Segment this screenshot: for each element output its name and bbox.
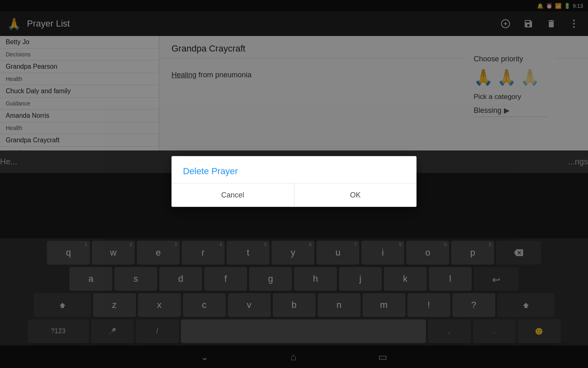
- recents-button[interactable]: ▭: [378, 351, 388, 363]
- key-o[interactable]: 9o: [406, 241, 449, 265]
- key-q[interactable]: 1q: [47, 241, 90, 265]
- key-j[interactable]: j: [339, 267, 382, 291]
- list-item[interactable]: Grandpa Craycraft: [0, 134, 159, 147]
- key-g[interactable]: g: [249, 267, 292, 291]
- save-button[interactable]: [521, 16, 536, 31]
- category-dropdown[interactable]: Blessing ▶: [474, 104, 547, 117]
- dialog-title: Delete Prayer: [172, 156, 416, 183]
- list-item[interactable]: Decisions: [0, 49, 159, 61]
- keyboard-row-2: a s d f g h j k l: [2, 267, 586, 291]
- category-label: Pick a category: [474, 93, 547, 101]
- nav-bar: ⌄ ⌂ ▭: [0, 346, 588, 368]
- selected-category-text: Blessing: [474, 106, 501, 115]
- add-button[interactable]: [498, 16, 513, 31]
- detail-title: Grandpa Craycraft: [172, 43, 245, 54]
- status-icons: 🔔 ⏰ 📶 🔋 9:13: [537, 3, 583, 9]
- time-display: 9:13: [573, 3, 583, 9]
- keyboard-row-3: z x c v b n m ! ?: [2, 293, 586, 317]
- keyboard-area: 1q 2w 3e 4r 5t 6y 7u 8i 9o 0p a s d f g …: [0, 238, 588, 368]
- dropdown-arrow-icon: ▶: [504, 106, 510, 115]
- keyboard-row-bottom: ?123 🎤 / , . 🙂: [2, 319, 586, 343]
- healing-underline: Healing: [172, 71, 196, 79]
- detail-panel: Grandpa Craycraft Choose priority 🙏 🙏 🙏 …: [159, 36, 588, 150]
- key-w[interactable]: 2w: [92, 241, 135, 265]
- list-item[interactable]: Health: [0, 73, 159, 85]
- more-icon: ⋮: [569, 18, 579, 29]
- key-y[interactable]: 6y: [272, 241, 314, 265]
- alarm-icon: 🔔: [537, 3, 543, 9]
- key-b[interactable]: b: [273, 293, 316, 317]
- priority-high-button[interactable]: 🙏: [474, 68, 493, 86]
- key-u[interactable]: 7u: [316, 241, 359, 265]
- key-question[interactable]: ?: [452, 293, 495, 317]
- key-emoji[interactable]: 🙂: [518, 319, 561, 343]
- battery-icon: 🔋: [564, 3, 570, 9]
- list-item[interactable]: Health: [0, 122, 159, 134]
- list-item[interactable]: Grandpa Pearson: [0, 61, 159, 73]
- keyboard: 1q 2w 3e 4r 5t 6y 7u 8i 9o 0p a s d f g …: [0, 238, 588, 343]
- key-comma[interactable]: ,: [428, 319, 471, 343]
- key-d[interactable]: d: [159, 267, 202, 291]
- healings-text: He...: [0, 157, 17, 166]
- priority-hands: 🙏 🙏 🙏: [474, 68, 547, 86]
- list-item[interactable]: Chuck Daly and family: [0, 85, 159, 98]
- wifi-icon: 📶: [555, 3, 561, 9]
- key-exclaim[interactable]: !: [408, 293, 450, 317]
- key-h[interactable]: h: [294, 267, 337, 291]
- back-button[interactable]: ⌄: [200, 351, 209, 363]
- priority-section: Choose priority 🙏 🙏 🙏 Pick a category Bl…: [466, 48, 555, 123]
- app-icon: 🙏: [7, 16, 21, 31]
- key-a[interactable]: a: [69, 267, 112, 291]
- main-content: Betty Jo Decisions Grandpa Pearson Healt…: [0, 36, 588, 150]
- shift-key-right[interactable]: [497, 293, 555, 317]
- cancel-button[interactable]: Cancel: [172, 184, 294, 207]
- priority-medium-button[interactable]: 🙏: [497, 68, 516, 86]
- key-t[interactable]: 5t: [227, 241, 270, 265]
- key-z[interactable]: z: [93, 293, 136, 317]
- prayer-list-panel: Betty Jo Decisions Grandpa Pearson Healt…: [0, 36, 159, 150]
- app-bar: 🙏 Prayer List ⋮: [0, 11, 588, 36]
- status-bar: 🔔 ⏰ 📶 🔋 9:13: [0, 0, 588, 11]
- list-item[interactable]: Betty Jo: [0, 36, 159, 49]
- key-space[interactable]: [181, 319, 426, 343]
- key-123[interactable]: ?123: [28, 319, 89, 343]
- enter-key[interactable]: [474, 267, 519, 291]
- dialog-buttons: Cancel OK: [172, 184, 416, 207]
- key-m[interactable]: m: [363, 293, 405, 317]
- key-f[interactable]: f: [204, 267, 247, 291]
- key-p[interactable]: 0p: [451, 241, 494, 265]
- app-bar-actions: ⋮: [498, 16, 581, 31]
- list-item[interactable]: Guidance: [0, 98, 159, 110]
- key-c[interactable]: c: [183, 293, 226, 317]
- home-button[interactable]: ⌂: [290, 351, 296, 363]
- app-title: Prayer List: [27, 18, 492, 29]
- prayer-list-scroll[interactable]: Betty Jo Decisions Grandpa Pearson Healt…: [0, 36, 159, 150]
- key-v[interactable]: v: [228, 293, 271, 317]
- shift-key-left[interactable]: [34, 293, 91, 317]
- key-e[interactable]: 3e: [137, 241, 180, 265]
- key-mic[interactable]: 🎤: [91, 319, 134, 343]
- from-pneumonia-text: from pneumonia: [198, 71, 252, 79]
- prayer-hands-icon: 🙏: [7, 17, 21, 31]
- key-n[interactable]: n: [318, 293, 361, 317]
- key-x[interactable]: x: [138, 293, 181, 317]
- priority-label: Choose priority: [474, 55, 547, 63]
- key-l[interactable]: l: [429, 267, 472, 291]
- delete-button[interactable]: [544, 16, 559, 31]
- delete-prayer-dialog: Delete Prayer Cancel OK: [172, 156, 416, 207]
- key-i[interactable]: 8i: [361, 241, 404, 265]
- more-options-button[interactable]: ⋮: [567, 16, 581, 31]
- ok-button[interactable]: OK: [294, 184, 417, 207]
- keyboard-row-1: 1q 2w 3e 4r 5t 6y 7u 8i 9o 0p: [2, 241, 586, 265]
- key-k[interactable]: k: [384, 267, 427, 291]
- key-period[interactable]: .: [473, 319, 516, 343]
- clock-icon: ⏰: [546, 3, 552, 9]
- healings-right-text: ...ngs: [568, 157, 588, 166]
- list-item[interactable]: Blessing: [0, 147, 159, 150]
- key-r[interactable]: 4r: [182, 241, 225, 265]
- priority-low-button[interactable]: 🙏: [520, 68, 539, 86]
- delete-key[interactable]: [496, 241, 541, 265]
- key-slash[interactable]: /: [136, 319, 179, 343]
- list-item[interactable]: Amanda Norris: [0, 110, 159, 122]
- key-s[interactable]: s: [114, 267, 157, 291]
